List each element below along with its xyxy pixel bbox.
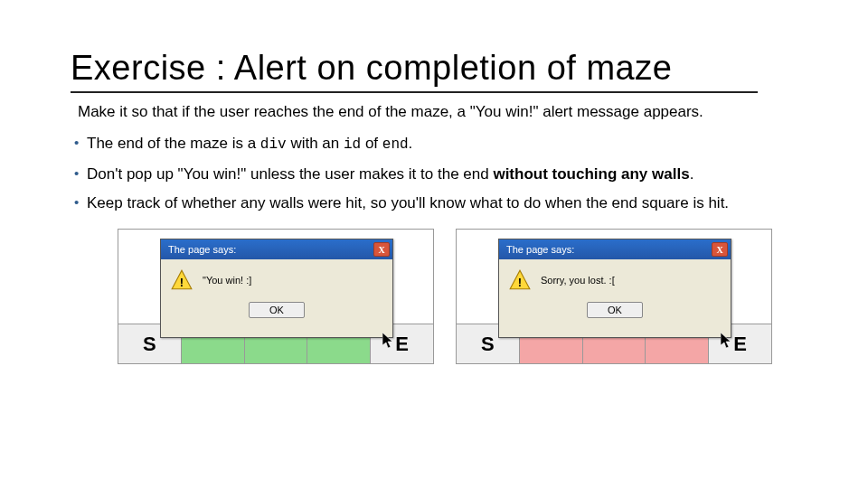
code-div: div — [260, 136, 287, 153]
code-end: end — [382, 136, 409, 153]
alert-body: ! "You win! :] — [161, 259, 392, 297]
alert-buttons: OK — [499, 297, 731, 325]
alert-titlebar: The page says: X — [161, 239, 392, 259]
alert-title: The page says: — [168, 244, 236, 255]
svg-text:!: ! — [518, 276, 522, 289]
bullet-list: The end of the maze is a div with an id … — [74, 134, 788, 214]
lead-text: Make it so that if the user reaches the … — [78, 102, 788, 123]
alert-title: The page says: — [506, 244, 574, 255]
warning-icon: ! — [170, 268, 193, 292]
ok-button[interactable]: OK — [587, 302, 643, 318]
svg-marker-5 — [721, 333, 731, 348]
cursor-icon — [382, 333, 393, 349]
figure-win: S E The page says: X ! — [118, 229, 434, 364]
svg-marker-2 — [382, 333, 392, 348]
alert-buttons: OK — [161, 297, 392, 325]
bullet-1: The end of the maze is a div with an id … — [74, 134, 788, 155]
maze-win: S E The page says: X ! — [118, 229, 434, 364]
svg-text:!: ! — [180, 276, 184, 289]
close-icon[interactable]: X — [373, 242, 390, 257]
slide-body: Make it so that if the user reaches the … — [74, 102, 788, 364]
alert-dialog-win: The page says: X ! "You win! :] OK — [160, 239, 393, 338]
alert-message: Sorry, you lost. :[ — [541, 275, 615, 286]
alert-message: "You win! :] — [203, 275, 251, 286]
cursor-icon — [721, 333, 731, 349]
alert-titlebar: The page says: X — [499, 239, 731, 259]
slide: Exercise : Alert on completion of maze M… — [0, 49, 868, 488]
code-id: id — [344, 136, 361, 153]
bullet-3: Keep track of whether any walls were hit… — [74, 193, 788, 214]
figures: S E The page says: X ! — [118, 229, 788, 364]
maze-lose: S E The page says: X ! — [456, 229, 772, 364]
alert-dialog-lose: The page says: X ! Sorry, you lost. :[ O… — [498, 239, 731, 338]
bold-emphasis: without touching any walls — [493, 165, 689, 183]
slide-title: Exercise : Alert on completion of maze — [71, 49, 758, 93]
warning-icon: ! — [508, 268, 532, 292]
close-icon[interactable]: X — [712, 242, 728, 257]
figure-lose: S E The page says: X ! — [456, 229, 772, 364]
alert-body: ! Sorry, you lost. :[ — [499, 259, 731, 297]
bullet-2: Don't pop up "You win!" unless the user … — [74, 164, 788, 185]
ok-button[interactable]: OK — [249, 302, 305, 318]
